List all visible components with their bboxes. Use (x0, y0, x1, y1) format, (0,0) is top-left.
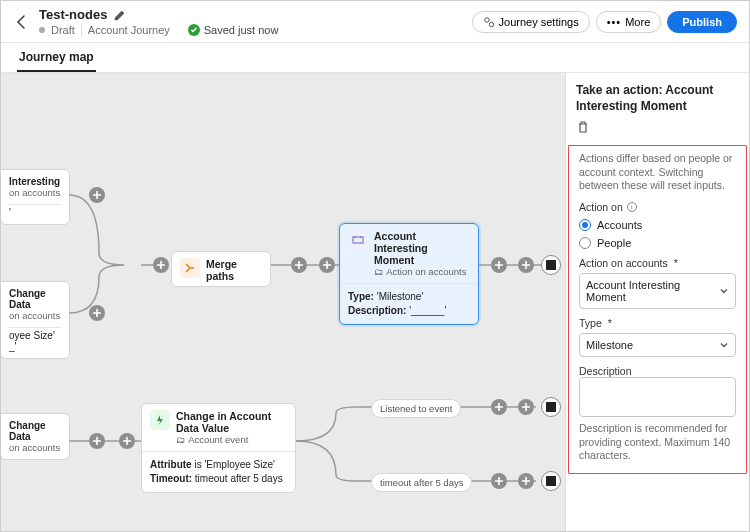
add-node-button[interactable] (291, 257, 307, 273)
branch-label-timeout: timeout after 5 days (371, 473, 472, 492)
svg-point-0 (484, 17, 488, 21)
add-node-button[interactable] (153, 257, 169, 273)
gear-icon (483, 16, 495, 28)
delete-button[interactable] (576, 120, 590, 137)
description-helper: Description is recommended for providing… (579, 422, 736, 463)
node-merge-paths[interactable]: Merge paths (171, 251, 271, 287)
action-accounts-label: Action on accounts (579, 257, 736, 269)
description-label: Description (579, 365, 736, 377)
status-dot (39, 27, 45, 33)
back-button[interactable] (13, 13, 31, 31)
add-node-button[interactable] (518, 473, 534, 489)
action-accounts-select[interactable]: Account Interesting Moment (579, 273, 736, 309)
title-block: Test-nodes Draft Account Journey Saved j… (39, 7, 464, 36)
node-fragment-change-data-1[interactable]: Change Data on accounts oyee Size' _' (1, 281, 70, 359)
type-select[interactable]: Milestone (579, 333, 736, 357)
info-icon[interactable]: i (627, 202, 637, 212)
node-fragment-change-data-2[interactable]: Change Data on accounts (1, 413, 70, 460)
journey-title: Test-nodes (39, 7, 107, 22)
add-node-button[interactable] (89, 305, 105, 321)
chevron-down-icon (719, 340, 729, 350)
add-node-button[interactable] (518, 399, 534, 415)
branch-label-listened: Listened to event (371, 399, 461, 418)
canvas[interactable]: Interesting on accounts ' Change Data on… (1, 73, 565, 531)
action-icon (348, 230, 368, 250)
radio-people[interactable]: People (579, 237, 736, 249)
dots-icon: ••• (607, 16, 622, 28)
chevron-down-icon (719, 286, 729, 296)
saved-text: Saved just now (204, 24, 279, 36)
action-on-label: Action on i (579, 201, 736, 213)
journey-type: Account Journey (88, 24, 170, 36)
add-node-button[interactable] (89, 433, 105, 449)
add-node-button[interactable] (491, 473, 507, 489)
svg-point-1 (489, 22, 493, 26)
add-node-button[interactable] (518, 257, 534, 273)
node-fragment-interesting[interactable]: Interesting on accounts ' (1, 169, 70, 225)
separator (81, 24, 82, 36)
edit-icon[interactable] (113, 8, 127, 22)
end-node[interactable] (541, 397, 561, 417)
more-button[interactable]: ••• More (596, 11, 662, 33)
panel-title: Take an action: Account Interesting Mome… (576, 83, 739, 114)
add-node-button[interactable] (119, 433, 135, 449)
status-text: Draft (51, 24, 75, 36)
helper-text: Actions differ based on people or accoun… (579, 152, 736, 193)
node-change-account-data[interactable]: Change in Account Data Value 🗂 Account e… (141, 403, 296, 493)
merge-icon (180, 258, 200, 278)
tab-journey-map[interactable]: Journey map (17, 44, 96, 72)
add-node-button[interactable] (319, 257, 335, 273)
add-node-button[interactable] (491, 399, 507, 415)
type-label: Type (579, 317, 736, 329)
side-panel: Take an action: Account Interesting Mome… (565, 73, 749, 531)
end-node[interactable] (541, 471, 561, 491)
add-node-button[interactable] (89, 187, 105, 203)
saved-check-icon (188, 24, 200, 36)
end-node[interactable] (541, 255, 561, 275)
publish-button[interactable]: Publish (667, 11, 737, 33)
add-node-button[interactable] (491, 257, 507, 273)
event-icon (150, 410, 170, 430)
journey-settings-button[interactable]: Journey settings (472, 11, 590, 33)
description-input[interactable] (579, 377, 736, 417)
node-account-interesting-moment[interactable]: Account Interesting Moment 🗂 Action on a… (339, 223, 479, 325)
radio-accounts[interactable]: Accounts (579, 219, 736, 231)
